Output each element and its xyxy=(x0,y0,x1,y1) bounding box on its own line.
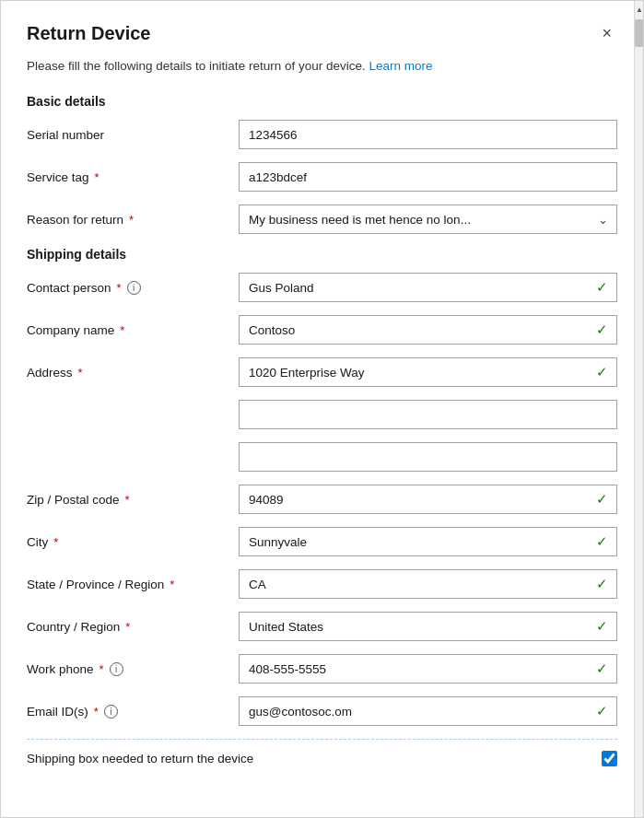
address-line1-input[interactable] xyxy=(239,357,617,387)
serial-number-label: Serial number xyxy=(27,128,239,142)
contact-person-info-icon[interactable]: i xyxy=(127,281,141,295)
company-name-input[interactable] xyxy=(239,315,617,345)
company-name-input-wrapper: ✓ xyxy=(239,315,617,345)
state-required: * xyxy=(170,578,174,591)
email-ids-required: * xyxy=(94,705,99,719)
country-label: Country / Region * xyxy=(27,620,239,634)
country-row: Country / Region * ✓ xyxy=(27,612,617,641)
work-phone-row: Work phone * i ✓ xyxy=(27,654,617,684)
contact-person-input[interactable] xyxy=(239,273,617,302)
scrollbar-thumb[interactable] xyxy=(635,19,644,47)
city-input[interactable] xyxy=(239,527,617,556)
contact-person-row: Contact person * i ✓ xyxy=(27,273,617,302)
country-input-wrapper: ✓ xyxy=(239,612,617,641)
work-phone-required: * xyxy=(100,662,104,676)
serial-number-row: Serial number xyxy=(27,120,617,149)
learn-more-link[interactable]: Learn more xyxy=(369,59,432,73)
reason-dropdown[interactable] xyxy=(239,204,617,234)
zip-code-row: Zip / Postal code * ✓ xyxy=(27,485,617,514)
state-control: ✓ xyxy=(239,569,617,599)
work-phone-control: ✓ xyxy=(239,654,617,684)
contact-person-input-wrapper: ✓ xyxy=(239,273,617,302)
close-button[interactable]: × xyxy=(596,23,617,43)
state-input-wrapper: ✓ xyxy=(239,569,617,599)
shipping-box-label: Shipping box needed to return the device xyxy=(27,752,589,765)
service-tag-input[interactable] xyxy=(239,162,617,192)
reason-dropdown-wrapper: ⌄ xyxy=(239,204,617,234)
city-control: ✓ xyxy=(239,527,617,556)
serial-number-input[interactable] xyxy=(239,120,617,149)
address-line2-input[interactable] xyxy=(239,400,617,429)
email-ids-info-icon[interactable]: i xyxy=(104,705,118,719)
address-input-wrapper: ✓ xyxy=(239,357,617,387)
city-row: City * ✓ xyxy=(27,527,617,556)
state-input[interactable] xyxy=(239,569,617,599)
contact-person-required: * xyxy=(117,281,122,295)
modal-header: Return Device × xyxy=(27,23,617,44)
company-name-control: ✓ xyxy=(239,315,617,345)
email-ids-input[interactable] xyxy=(239,696,617,726)
reason-for-return-row: Reason for return * ⌄ xyxy=(27,204,617,234)
country-control: ✓ xyxy=(239,612,617,641)
modal-title: Return Device xyxy=(27,23,151,44)
shipping-details-section-title: Shipping details xyxy=(27,247,617,262)
service-tag-row: Service tag * xyxy=(27,162,617,192)
city-input-wrapper: ✓ xyxy=(239,527,617,556)
zip-code-control: ✓ xyxy=(239,485,617,514)
zip-code-input[interactable] xyxy=(239,485,617,514)
basic-details-section-title: Basic details xyxy=(27,94,617,109)
scroll-up-arrow[interactable]: ▲ xyxy=(635,1,644,18)
address-line3-input[interactable] xyxy=(239,442,617,472)
zip-code-input-wrapper: ✓ xyxy=(239,485,617,514)
address-control: ✓ xyxy=(239,357,617,387)
shipping-box-checkbox-wrapper xyxy=(602,751,617,766)
address-line3-control xyxy=(239,442,617,472)
email-ids-control: ✓ xyxy=(239,696,617,726)
company-name-required: * xyxy=(120,323,124,337)
address-row: Address * ✓ xyxy=(27,357,617,387)
scrollbar[interactable]: ▲ xyxy=(634,1,643,817)
city-required: * xyxy=(53,535,58,549)
state-label: State / Province / Region * xyxy=(27,578,239,591)
country-input[interactable] xyxy=(239,612,617,641)
intro-text: Please fill the following details to ini… xyxy=(27,57,617,76)
contact-person-label: Contact person * i xyxy=(27,281,239,295)
work-phone-label: Work phone * i xyxy=(27,662,239,676)
company-name-row: Company name * ✓ xyxy=(27,315,617,345)
reason-for-return-label: Reason for return * xyxy=(27,213,239,227)
work-phone-input[interactable] xyxy=(239,654,617,684)
address-label: Address * xyxy=(27,366,239,380)
email-ids-row: Email ID(s) * i ✓ xyxy=(27,696,617,726)
country-required: * xyxy=(125,620,130,634)
contact-person-control: ✓ xyxy=(239,273,617,302)
address-line2-row xyxy=(27,400,617,429)
email-ids-input-wrapper: ✓ xyxy=(239,696,617,726)
service-tag-required: * xyxy=(95,170,100,184)
shipping-box-row: Shipping box needed to return the device xyxy=(27,739,617,766)
reason-required: * xyxy=(129,213,134,227)
zip-code-required: * xyxy=(125,493,130,507)
company-name-label: Company name * xyxy=(27,323,239,337)
address-required: * xyxy=(78,366,83,380)
address-line3-row xyxy=(27,442,617,472)
city-label: City * xyxy=(27,535,239,549)
serial-number-control xyxy=(239,120,617,149)
address-line2-control xyxy=(239,400,617,429)
reason-for-return-control: ⌄ xyxy=(239,204,617,234)
work-phone-info-icon[interactable]: i xyxy=(110,662,123,676)
return-device-modal: ▲ Return Device × Please fill the follow… xyxy=(0,0,644,818)
service-tag-control xyxy=(239,162,617,192)
email-ids-label: Email ID(s) * i xyxy=(27,705,239,719)
service-tag-label: Service tag * xyxy=(27,170,239,184)
work-phone-input-wrapper: ✓ xyxy=(239,654,617,684)
shipping-box-checkbox[interactable] xyxy=(602,751,617,766)
state-row: State / Province / Region * ✓ xyxy=(27,569,617,599)
zip-code-label: Zip / Postal code * xyxy=(27,493,239,507)
